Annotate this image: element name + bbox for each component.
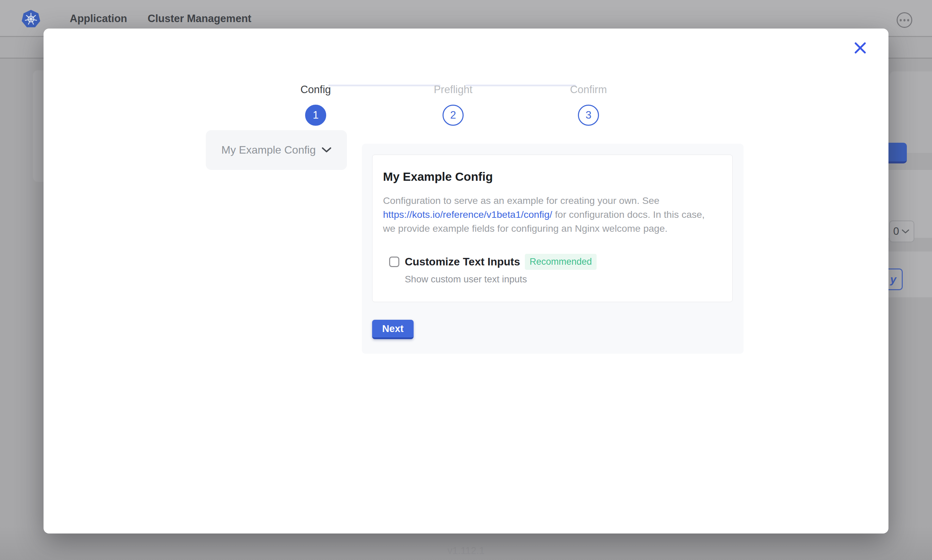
config-panel: My Example Config Configuration to serve… <box>362 144 744 354</box>
checkbox-field-row: Customize Text Inputs Recommended <box>389 254 719 270</box>
customize-text-inputs-checkbox[interactable] <box>389 257 399 267</box>
config-group-description: Configuration to serve as an example for… <box>383 194 719 235</box>
step-preflight[interactable]: Preflight 2 <box>402 84 504 126</box>
step-label: Config <box>265 84 367 96</box>
background-right-card <box>889 71 932 153</box>
kubernetes-logo <box>21 9 41 29</box>
recommended-badge: Recommended <box>525 254 597 270</box>
close-button[interactable] <box>853 41 867 55</box>
overflow-menu-button[interactable] <box>897 12 912 28</box>
config-group-dropdown[interactable]: My Example Config <box>206 130 347 170</box>
select-value: 0 <box>893 225 899 237</box>
config-wizard-modal: Config 1 Preflight 2 Confirm 3 My Exampl… <box>43 29 889 534</box>
helm-wheel-icon <box>24 12 38 26</box>
step-circle[interactable]: 3 <box>578 105 599 126</box>
step-circle[interactable]: 1 <box>305 105 326 126</box>
step-label: Preflight <box>402 84 504 96</box>
chevron-down-icon <box>902 229 909 234</box>
step-confirm[interactable]: Confirm 3 <box>537 84 639 126</box>
config-group-title: My Example Config <box>383 170 719 183</box>
chevron-down-icon <box>322 147 331 153</box>
next-button[interactable]: Next <box>372 320 414 339</box>
app-version-label: v1.112.1 <box>0 545 932 556</box>
ellipsis-icon <box>900 19 902 22</box>
nav-item-application[interactable]: Application <box>70 12 127 25</box>
close-icon <box>853 41 867 55</box>
kubernetes-heptagon <box>21 9 41 29</box>
config-docs-link[interactable]: https://kots.io/reference/v1beta1/config… <box>383 209 552 220</box>
config-group-label: My Example Config <box>221 144 316 156</box>
checkbox-label: Customize Text Inputs <box>405 255 520 268</box>
step-label: Confirm <box>537 84 639 96</box>
config-group-card: My Example Config Configuration to serve… <box>372 155 733 302</box>
background-select-fragment[interactable]: 0 <box>889 220 914 242</box>
checkbox-help-text: Show custom user text inputs <box>405 274 719 285</box>
step-circle[interactable]: 2 <box>443 105 464 126</box>
outline-button-partial-label: y <box>890 273 896 286</box>
nav-item-cluster-management[interactable]: Cluster Management <box>148 12 252 25</box>
step-config[interactable]: Config 1 <box>265 84 367 126</box>
